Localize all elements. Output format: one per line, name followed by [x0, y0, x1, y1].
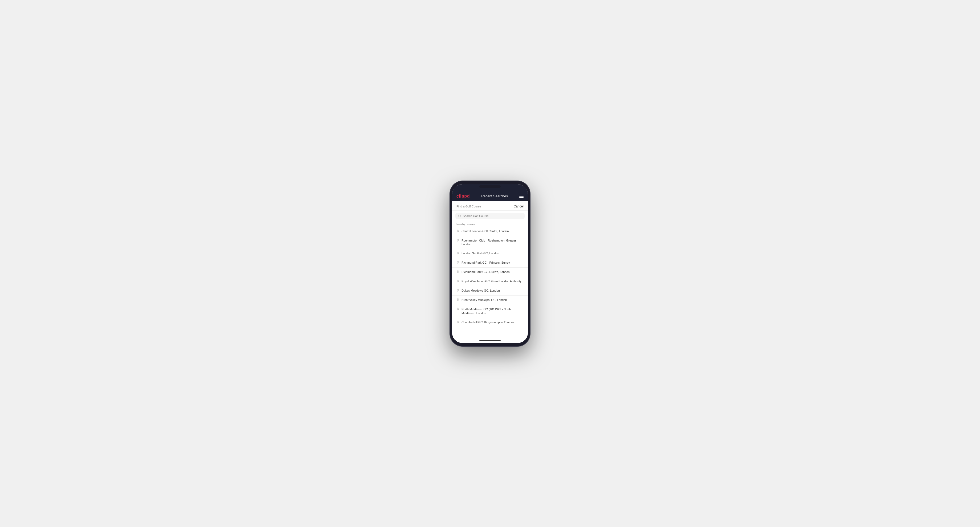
- nearby-label: Nearby courses: [452, 221, 528, 227]
- phone-screen: clippd Recent Searches Find a Golf Cours…: [452, 184, 528, 343]
- svg-point-6: [458, 271, 458, 271]
- svg-point-5: [458, 262, 458, 262]
- svg-point-3: [458, 240, 458, 240]
- nav-title: Recent Searches: [481, 194, 508, 198]
- course-item[interactable]: Coombe Hill GC, Kingston upon Thames: [452, 318, 528, 327]
- course-item[interactable]: Central London Golf Centre, London: [452, 227, 528, 236]
- pin-icon: [457, 239, 459, 243]
- home-indicator: [479, 340, 501, 341]
- search-box: [455, 213, 525, 219]
- pin-icon: [457, 321, 459, 325]
- svg-point-9: [458, 299, 458, 300]
- course-name: Richmond Park GC - Prince's, Surrey: [461, 261, 510, 265]
- svg-point-7: [458, 280, 458, 281]
- course-name: Royal Wimbledon GC, Great London Authori…: [461, 279, 522, 283]
- pin-icon: [457, 308, 459, 311]
- course-item[interactable]: London Scottish GC, London: [452, 249, 528, 258]
- course-item[interactable]: Richmond Park GC - Duke's, London: [452, 268, 528, 277]
- svg-point-10: [458, 308, 458, 309]
- app-logo: clippd: [457, 194, 470, 198]
- find-header: Find a Golf Course Cancel: [452, 201, 528, 211]
- course-name: Brent Valley Municipal GC, London: [461, 298, 507, 302]
- search-container: [452, 211, 528, 221]
- cancel-button[interactable]: Cancel: [514, 205, 523, 208]
- course-name: Dukes Meadows GC, London: [461, 289, 500, 293]
- course-name: North Middlesex GC (1011942 - North Midd…: [461, 307, 523, 315]
- course-item[interactable]: Dukes Meadows GC, London: [452, 286, 528, 295]
- find-label: Find a Golf Course: [457, 205, 481, 208]
- pin-icon: [457, 230, 459, 233]
- pin-icon: [457, 261, 459, 265]
- svg-point-4: [458, 252, 458, 253]
- menu-line-3: [519, 197, 523, 198]
- pin-icon: [457, 298, 459, 302]
- phone-wrapper: clippd Recent Searches Find a Golf Cours…: [450, 181, 530, 346]
- search-icon: [458, 214, 461, 217]
- course-name: Roehampton Club - Roehampton, Greater Lo…: [461, 239, 523, 247]
- course-item[interactable]: Roehampton Club - Roehampton, Greater Lo…: [452, 236, 528, 249]
- pin-icon: [457, 270, 459, 274]
- pin-icon: [457, 252, 459, 256]
- svg-point-11: [458, 321, 458, 322]
- content-area: Find a Golf Course Cancel Nearby courses: [452, 201, 528, 343]
- course-name: Richmond Park GC - Duke's, London: [461, 270, 510, 274]
- svg-point-2: [458, 230, 458, 231]
- course-name: Central London Golf Centre, London: [461, 229, 509, 233]
- course-list: Central London Golf Centre, LondonRoeham…: [452, 227, 528, 343]
- hamburger-menu-button[interactable]: [519, 195, 523, 198]
- pin-icon: [457, 279, 459, 284]
- svg-line-1: [460, 216, 461, 217]
- course-name: London Scottish GC, London: [461, 251, 499, 256]
- course-item[interactable]: Brent Valley Municipal GC, London: [452, 295, 528, 305]
- course-name: Coombe Hill GC, Kingston upon Thames: [461, 321, 514, 324]
- svg-point-8: [458, 290, 458, 290]
- course-item[interactable]: Royal Wimbledon GC, Great London Authori…: [452, 277, 528, 286]
- menu-line-1: [519, 195, 523, 195]
- phone-frame: clippd Recent Searches Find a Golf Cours…: [450, 181, 530, 346]
- phone-notch: [479, 185, 501, 188]
- menu-line-2: [519, 196, 523, 197]
- course-item[interactable]: Richmond Park GC - Prince's, Surrey: [452, 258, 528, 268]
- pin-icon: [457, 289, 459, 293]
- course-item[interactable]: North Middlesex GC (1011942 - North Midd…: [452, 305, 528, 318]
- search-input[interactable]: [463, 214, 522, 217]
